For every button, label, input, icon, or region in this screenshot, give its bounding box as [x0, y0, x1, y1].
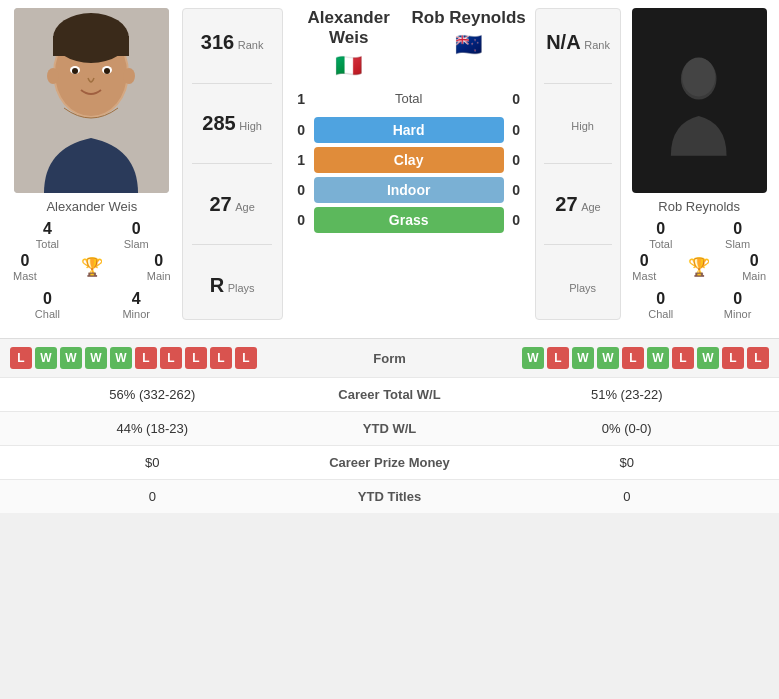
- stats-center-label: Career Total W/L: [290, 387, 490, 402]
- right-minor-stat: 0 Minor: [704, 290, 771, 320]
- stats-right-val: 51% (23-22): [490, 387, 765, 402]
- right-total-label: Total: [649, 238, 672, 250]
- right-high-label: High: [571, 120, 594, 132]
- left-challminor-grid: 0 Chall 4 Minor: [8, 290, 176, 320]
- right-plays-item: Plays: [560, 274, 596, 297]
- indoor-left-score: 0: [289, 182, 314, 198]
- stats-center-label: YTD W/L: [290, 421, 490, 436]
- form-badge: L: [235, 347, 257, 369]
- indoor-surface-row: 0 Indoor 0: [289, 177, 529, 203]
- right-rank-label: Rank: [584, 39, 610, 51]
- right-player-heading-name: Rob Reynolds: [409, 8, 529, 28]
- left-mast-value: 0: [20, 252, 29, 270]
- form-row: LWWWWLLLLL Form WLWWLWLWLL: [10, 347, 769, 369]
- stats-left-val: 0: [15, 489, 290, 504]
- left-rank-label: Rank: [238, 39, 264, 51]
- left-high-item: 285 High: [202, 112, 262, 135]
- form-badge: W: [60, 347, 82, 369]
- left-plays-label: Plays: [228, 282, 255, 294]
- hard-surface-btn[interactable]: Hard: [314, 117, 504, 143]
- form-badge: W: [85, 347, 107, 369]
- left-main-value: 0: [154, 252, 163, 270]
- left-mast-stat: 0 Mast: [13, 252, 37, 282]
- stats-center-label: YTD Titles: [290, 489, 490, 504]
- left-high-value: 285: [202, 112, 235, 134]
- svg-point-8: [104, 68, 110, 74]
- stats-row: 0 YTD Titles 0: [0, 479, 779, 513]
- top-layout: Alexander Weis 4 Total 0 Slam 0 Mast 🏆: [0, 0, 779, 328]
- left-mast-label: Mast: [13, 270, 37, 282]
- left-minor-label: Minor: [122, 308, 150, 320]
- divider-3: [192, 244, 272, 245]
- left-rank-item: 316 Rank: [201, 31, 264, 54]
- left-player-name-label: Alexander Weis: [46, 199, 137, 214]
- svg-point-9: [47, 68, 59, 84]
- left-chall-stat: 0 Chall: [8, 290, 87, 320]
- right-plays-label: Plays: [569, 282, 596, 294]
- total-left-score: 1: [289, 91, 314, 107]
- stats-right-val: $0: [490, 455, 765, 470]
- divider-r2: [544, 163, 611, 164]
- stats-row: 56% (332-262) Career Total W/L 51% (23-2…: [0, 377, 779, 411]
- left-age-label: Age: [235, 201, 255, 213]
- right-player-stats-grid: 0 Total 0 Slam: [627, 220, 771, 250]
- svg-point-13: [682, 57, 715, 96]
- right-minor-value: 0: [733, 290, 742, 308]
- left-total-value: 4: [43, 220, 52, 238]
- form-badge: L: [185, 347, 207, 369]
- stats-left-val: 44% (18-23): [15, 421, 290, 436]
- clay-left-score: 1: [289, 152, 314, 168]
- clay-right-score: 0: [504, 152, 529, 168]
- form-badge: L: [672, 347, 694, 369]
- stats-left-val: 56% (332-262): [15, 387, 290, 402]
- right-total-value: 0: [656, 220, 665, 238]
- left-slam-stat: 0 Slam: [97, 220, 176, 250]
- left-player-column: Alexander Weis 4 Total 0 Slam 0 Mast 🏆: [8, 8, 176, 320]
- hard-surface-row: 0 Hard 0: [289, 117, 529, 143]
- right-mast-value: 0: [640, 252, 649, 270]
- right-player-photo: [632, 8, 767, 193]
- grass-left-score: 0: [289, 212, 314, 228]
- left-age-value: 27: [209, 193, 231, 215]
- right-slam-stat: 0 Slam: [704, 220, 771, 250]
- middle-column: Alexander Weis 🇮🇹 Rob Reynolds 🇳🇿 1 Tota…: [289, 8, 529, 320]
- left-plays-value: R: [210, 274, 224, 296]
- right-mast-stat: 0 Mast: [632, 252, 656, 282]
- right-challminor-grid: 0 Chall 0 Minor: [627, 290, 771, 320]
- trophy-icon-left: 🏆: [81, 256, 103, 278]
- form-badge: L: [622, 347, 644, 369]
- clay-surface-btn[interactable]: Clay: [314, 147, 504, 173]
- right-high-item: High: [562, 112, 594, 135]
- right-player-name-label: Rob Reynolds: [658, 199, 740, 214]
- total-right-score: 0: [504, 91, 529, 107]
- right-slam-value: 0: [733, 220, 742, 238]
- form-badge: L: [722, 347, 744, 369]
- form-badge: L: [747, 347, 769, 369]
- grass-surface-btn[interactable]: Grass: [314, 207, 504, 233]
- indoor-surface-btn[interactable]: Indoor: [314, 177, 504, 203]
- grass-right-score: 0: [504, 212, 529, 228]
- form-badge: L: [210, 347, 232, 369]
- left-rank-value: 316: [201, 31, 234, 53]
- svg-point-10: [123, 68, 135, 84]
- form-badge: L: [10, 347, 32, 369]
- right-form-badges: WLWWLWLWLL: [522, 347, 769, 369]
- trophy-icon-right: 🏆: [688, 256, 710, 278]
- left-form-badges: LWWWWLLLLL: [10, 347, 257, 369]
- form-badge: W: [597, 347, 619, 369]
- right-chall-stat: 0 Chall: [627, 290, 694, 320]
- stats-table: 56% (332-262) Career Total W/L 51% (23-2…: [0, 377, 779, 513]
- right-player-flag: 🇳🇿: [409, 32, 529, 58]
- left-player-flag: 🇮🇹: [289, 53, 409, 79]
- form-badge: W: [647, 347, 669, 369]
- grass-surface-row: 0 Grass 0: [289, 207, 529, 233]
- form-section: LWWWWLLLLL Form WLWWLWLWLL: [0, 338, 779, 377]
- stats-left-val: $0: [15, 455, 290, 470]
- form-badge: L: [160, 347, 182, 369]
- svg-point-7: [72, 68, 78, 74]
- right-age-value: 27: [555, 193, 577, 215]
- left-player-heading-name: Alexander Weis: [289, 8, 409, 49]
- left-minor-value: 4: [132, 290, 141, 308]
- form-badge: W: [522, 347, 544, 369]
- right-player-header: Rob Reynolds 🇳🇿: [409, 8, 529, 58]
